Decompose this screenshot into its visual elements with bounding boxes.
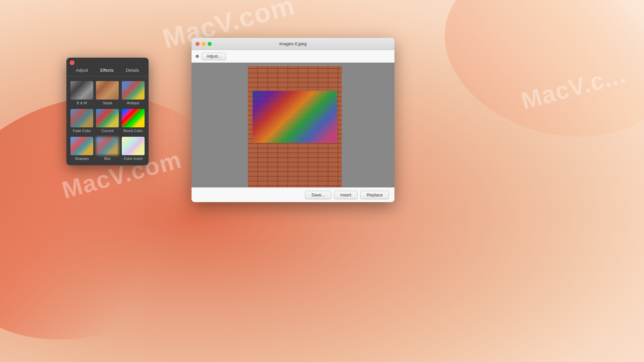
filter-fadecolor-thumb bbox=[70, 109, 93, 127]
filter-sepia-thumb bbox=[96, 81, 119, 100]
filter-colorinvert-label: Color Invert bbox=[123, 157, 143, 161]
filter-antique-label: Antique bbox=[127, 101, 139, 105]
filter-current-thumb bbox=[96, 109, 119, 127]
panel-close-button[interactable] bbox=[70, 60, 74, 65]
filter-blur-thumb bbox=[96, 137, 119, 155]
filter-colorinvert[interactable]: Color Invert bbox=[120, 135, 146, 163]
current-indicator bbox=[114, 110, 117, 114]
viewer-content bbox=[192, 63, 394, 187]
adjust-button[interactable]: Adjust... bbox=[202, 53, 226, 60]
toolbar-indicator bbox=[196, 55, 199, 58]
filter-grid: B & W Sepia Antique Fade Color Current bbox=[66, 76, 149, 165]
filter-sepia-label: Sepia bbox=[103, 101, 112, 105]
tab-adjust[interactable]: Adjust bbox=[73, 67, 91, 73]
filter-sharpen[interactable]: Sharpen bbox=[69, 135, 95, 163]
filter-blur[interactable]: Blur bbox=[95, 135, 120, 163]
mural bbox=[253, 91, 337, 143]
filter-blur-label: Blur bbox=[104, 157, 111, 161]
filter-sepia[interactable]: Sepia bbox=[95, 79, 120, 107]
filter-boostcolor-label: Boost Color bbox=[123, 129, 143, 133]
viewer-titlebar: images-0.jpeg bbox=[192, 38, 394, 50]
viewer-close-button[interactable] bbox=[196, 42, 200, 46]
filter-fadecolor-label: Fade Color bbox=[73, 129, 91, 133]
filter-bw-thumb bbox=[70, 81, 93, 100]
filter-bw-label: B & W bbox=[77, 101, 87, 105]
viewer-image bbox=[248, 66, 342, 187]
filter-boostcolor-thumb bbox=[122, 109, 145, 127]
viewer-minimize-button[interactable] bbox=[202, 42, 206, 46]
tab-details[interactable]: Details bbox=[123, 67, 142, 73]
viewer-toolbar: Adjust... bbox=[192, 50, 394, 63]
filter-colorinvert-thumb bbox=[122, 137, 145, 155]
filter-bw[interactable]: B & W bbox=[69, 79, 95, 107]
insert-button[interactable]: Insert bbox=[334, 191, 358, 199]
filter-antique[interactable]: Antique bbox=[120, 79, 146, 107]
filter-current-label: Current bbox=[101, 129, 114, 133]
filter-sharpen-label: Sharpen bbox=[75, 157, 89, 161]
tab-effects[interactable]: Effects bbox=[98, 67, 116, 73]
filter-fadecolor[interactable]: Fade Color bbox=[69, 107, 95, 135]
image-viewer-window: images-0.jpeg Adjust... Save... Insert R… bbox=[192, 38, 394, 202]
replace-button[interactable]: Replace bbox=[360, 191, 389, 199]
panel-tabs: Adjust Effects Details bbox=[66, 58, 149, 76]
save-button[interactable]: Save... bbox=[305, 191, 331, 199]
filter-current[interactable]: Current bbox=[95, 107, 120, 135]
filter-boostcolor[interactable]: Boost Color bbox=[120, 107, 146, 135]
viewer-maximize-button[interactable] bbox=[208, 42, 212, 46]
viewer-title: images-0.jpeg bbox=[279, 41, 307, 46]
filter-sharpen-thumb bbox=[70, 137, 93, 155]
filter-antique-thumb bbox=[122, 81, 145, 100]
viewer-footer: Save... Insert Replace bbox=[192, 187, 394, 202]
titlebar-buttons bbox=[196, 42, 212, 46]
effects-panel: Adjust Effects Details B & W Sepia Antiq… bbox=[66, 58, 149, 165]
